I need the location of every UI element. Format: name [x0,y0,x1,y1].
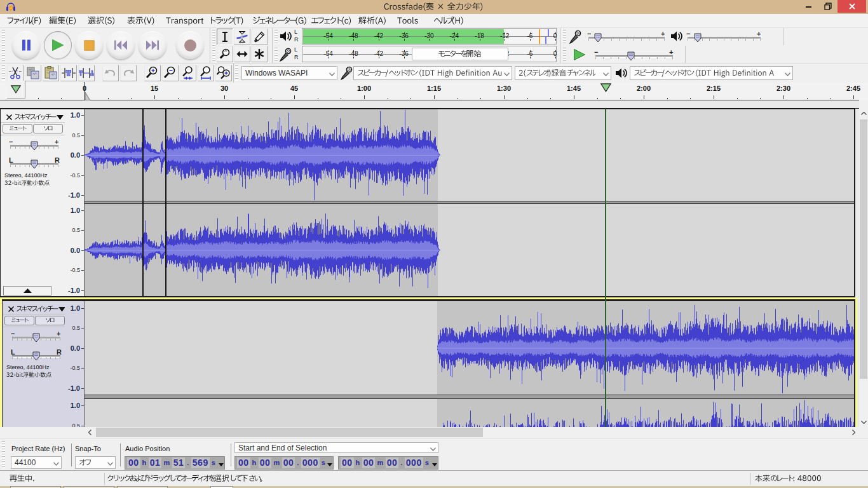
vertical-scrollbar[interactable] [859,109,868,427]
envelope-tool-button[interactable] [234,29,250,45]
selection-end-field[interactable]: 00h00m00.000s [338,456,438,470]
menu-edit[interactable] [44,14,83,27]
gain-slider-thumb[interactable] [32,333,40,342]
time-digit-group[interactable]: 01 [149,458,162,468]
time-digit-group[interactable]: 00 [341,458,354,468]
time-digit-group[interactable]: 00 [259,458,272,468]
pan-slider-thumb[interactable] [32,351,40,361]
menu-effect[interactable] [306,14,358,27]
play-at-speed-button[interactable] [569,46,590,62]
timeshift-tool-button[interactable] [234,46,250,62]
recording-device-combo[interactable] [353,66,512,80]
time-digit-group[interactable]: 569 [191,458,210,468]
skip-to-start-button[interactable] [107,31,135,59]
scroll-right-arrow[interactable] [848,427,859,438]
selection-tool-button[interactable] [217,29,233,45]
track-close-button[interactable] [4,112,13,121]
zoom-in-button[interactable] [144,65,161,81]
fit-selection-button[interactable] [180,65,196,81]
play-button[interactable] [44,31,72,59]
zoom-out-button[interactable] [162,65,179,81]
time-digit-group[interactable]: 000 [301,458,320,468]
playback-speed-slider-thumb[interactable] [627,51,635,61]
solo-button[interactable] [35,316,65,325]
audio-host-combo[interactable]: Windows WASAPI [241,66,337,80]
pinned-playhead-button[interactable] [7,81,25,98]
transcription-grip[interactable] [563,48,566,62]
menu-tracks[interactable] [203,14,250,27]
time-digit-group[interactable]: 00 [282,458,295,468]
solo-button[interactable] [33,124,63,133]
close-button[interactable] [837,0,866,13]
menu-select[interactable] [83,14,121,27]
time-digit-group[interactable]: 000 [405,458,423,468]
undo-button[interactable] [102,65,119,81]
recording-meter-grip[interactable] [275,48,278,62]
time-digit-group[interactable]: 00 [386,458,399,468]
selbar-grip[interactable] [2,441,5,468]
recording-channels-combo[interactable] [515,66,611,80]
gain-slider-thumb[interactable] [31,141,38,151]
selection-start-field[interactable]: 00h00m00.000s [234,456,334,470]
mute-button[interactable] [3,124,32,133]
pause-button[interactable] [12,31,40,59]
draw-tool-button[interactable] [251,29,268,45]
time-digit-group[interactable]: 00 [362,458,376,468]
horizontal-scrollbar[interactable] [0,427,859,438]
multi-tool-button[interactable] [251,46,268,62]
trim-audio-button[interactable] [60,65,77,81]
time-digit-group[interactable]: 51 [172,458,186,468]
recording-volume-slider-thumb[interactable] [594,33,602,43]
pan-slider-thumb[interactable] [31,159,38,169]
audio-position-field[interactable]: 00h01m51.569s [125,456,225,470]
hscroll-thumb[interactable] [96,428,483,437]
menu-tools[interactable] [392,14,424,27]
numfield-dropdown-icon[interactable] [219,458,224,469]
scroll-left-arrow[interactable] [85,427,95,438]
time-digit-group[interactable]: 00 [127,458,140,468]
redo-button[interactable] [120,65,137,81]
timeline-ruler[interactable]: 01530451:001:151:301:452:002:152:302:45 [0,83,868,100]
menu-file[interactable] [1,14,48,27]
recording-meter-bar[interactable]: -54-48-42-36-30-24-18-12-60 [302,46,557,62]
minimize-button[interactable] [799,0,818,13]
menu-help[interactable] [428,14,470,27]
copy-button[interactable] [25,65,41,81]
tools-grip[interactable] [212,30,215,61]
recording-mic-icon[interactable] [280,48,292,62]
zoom-toggle-button[interactable] [215,65,232,81]
monitor-message[interactable] [412,48,508,60]
scroll-down-arrow[interactable] [859,417,868,427]
fit-project-button[interactable] [198,65,214,81]
record-button[interactable] [176,31,204,59]
track-close-button[interactable] [6,304,15,313]
paste-button[interactable] [43,65,59,81]
playback-meter-bar[interactable]: -54-48-42-36-30-24-18-12-60 [302,28,557,44]
playback-device-combo[interactable] [630,66,793,80]
playhead-triangle[interactable] [600,83,611,95]
vscroll-thumb[interactable] [860,119,867,379]
scroll-up-arrow[interactable] [859,109,868,118]
snap-to-combo[interactable] [75,456,116,469]
menu-generate[interactable] [247,14,313,27]
device-grip[interactable] [235,65,238,81]
cut-button[interactable] [7,65,24,81]
menu-transport[interactable] [161,14,210,27]
silence-audio-button[interactable] [78,65,95,81]
restore-button[interactable] [818,0,837,13]
track-collapse-button[interactable] [3,286,51,295]
waveform-track2[interactable] [85,301,855,427]
edit-grip[interactable] [2,65,5,81]
project-rate-combo[interactable]: 44100 [11,456,62,469]
track-name-button[interactable] [14,112,64,121]
menu-view[interactable] [122,14,161,27]
numfield-dropdown-icon[interactable] [432,458,437,469]
skip-to-end-button[interactable] [139,31,166,59]
track-name-button[interactable] [16,304,65,313]
menu-analyze[interactable] [353,14,392,27]
waveform-track1[interactable] [85,109,855,296]
playback-volume-slider-thumb[interactable] [694,33,702,43]
numfield-dropdown-icon[interactable] [327,458,332,469]
playback-meter-grip[interactable] [275,30,278,44]
zoom-tool-button[interactable] [217,46,233,62]
